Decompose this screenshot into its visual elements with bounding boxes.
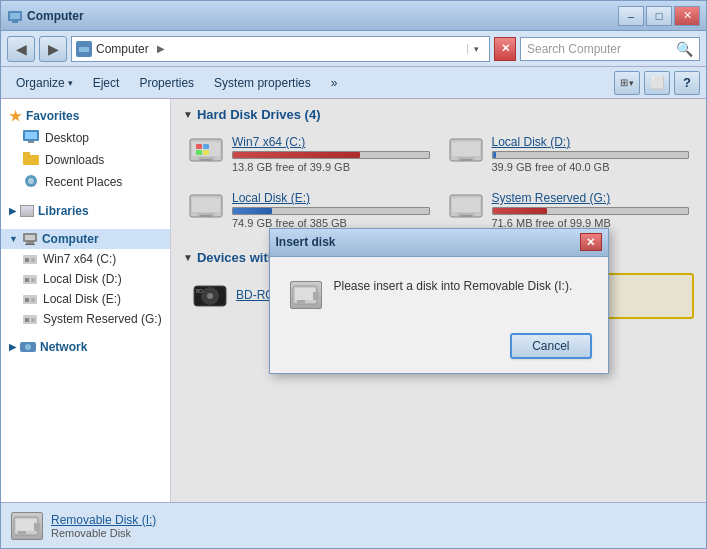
sidebar-item-downloads[interactable]: Downloads [1, 149, 170, 171]
eject-button[interactable]: Eject [84, 72, 129, 94]
maximize-button[interactable]: □ [646, 6, 672, 26]
libraries-icon [20, 205, 34, 217]
network-icon [20, 340, 36, 354]
svg-rect-60 [295, 288, 315, 300]
sidebar: ★ Favorites Desktop Downloads [1, 99, 171, 502]
status-drive-icon [11, 512, 43, 540]
dialog-body: Please insert a disk into Removable Disk… [270, 257, 608, 325]
svg-rect-8 [28, 141, 34, 143]
svg-rect-10 [23, 152, 30, 156]
address-bar: ◀ ▶ Computer ▶ ▾ ✕ Search Computer 🔍 [1, 31, 706, 67]
dialog-title: Insert disk [276, 235, 336, 249]
svg-rect-1 [10, 13, 20, 19]
svg-rect-64 [16, 519, 36, 531]
svg-rect-15 [26, 242, 34, 244]
title-bar-left: Computer [7, 8, 84, 24]
close-button[interactable]: ✕ [674, 6, 700, 26]
sidebar-item-d-drive[interactable]: Local Disk (D:) [1, 269, 170, 289]
sidebar-network-label: Network [40, 340, 87, 354]
sidebar-favorites-section: ★ Favorites Desktop Downloads [1, 105, 170, 193]
sidebar-computer-header[interactable]: ▼ Computer [1, 229, 170, 249]
sidebar-item-recent-places[interactable]: Recent Places [1, 171, 170, 193]
sidebar-computer-section: ▼ Computer Win7 x64 (C:) Local Disk (D:)… [1, 229, 170, 329]
svg-rect-27 [25, 318, 29, 322]
window-title: Computer [27, 9, 84, 23]
sidebar-item-desktop[interactable]: Desktop [1, 127, 170, 149]
status-bar: Removable Disk (I:) Removable Disk [1, 502, 706, 548]
content-panel: ▼ Hard Disk Drives (4) [171, 99, 706, 502]
help-button[interactable]: ? [674, 71, 700, 95]
main-area: ★ Favorites Desktop Downloads [1, 99, 706, 502]
sidebar-libraries-label: Libraries [38, 204, 89, 218]
svg-point-28 [31, 318, 35, 322]
dialog-message: Please insert a disk into Removable Disk… [334, 277, 573, 295]
sidebar-libraries-header[interactable]: ▶ Libraries [1, 201, 170, 221]
svg-rect-21 [25, 278, 29, 282]
address-dropdown-btn[interactable]: ▾ [467, 44, 485, 54]
organize-button[interactable]: Organize ▾ [7, 72, 82, 94]
svg-rect-62 [297, 300, 305, 303]
sidebar-arrow-libraries: ▶ [9, 206, 16, 216]
forward-button[interactable]: ▶ [39, 36, 67, 62]
svg-rect-4 [79, 47, 89, 52]
dialog-overlay: Insert disk ✕ Please insert a [171, 99, 706, 502]
toolbar: Organize ▾ Eject Properties System prope… [1, 67, 706, 99]
sidebar-item-g-drive[interactable]: System Reserved (G:) [1, 309, 170, 329]
d-drive-icon [23, 274, 37, 285]
system-properties-button[interactable]: System properties [205, 72, 320, 94]
address-clear-button[interactable]: ✕ [494, 37, 516, 61]
svg-rect-66 [18, 531, 26, 534]
svg-rect-9 [23, 155, 39, 165]
sidebar-network-header[interactable]: ▶ Network [1, 337, 170, 357]
e-drive-icon [23, 294, 37, 305]
sidebar-favorites-header[interactable]: ★ Favorites [1, 105, 170, 127]
sidebar-arrow-network: ▶ [9, 342, 16, 352]
view-button[interactable]: ⊞ ▾ [614, 71, 640, 95]
sidebar-item-c-drive[interactable]: Win7 x64 (C:) [1, 249, 170, 269]
svg-rect-61 [313, 292, 319, 300]
svg-rect-24 [25, 298, 29, 302]
properties-button[interactable]: Properties [130, 72, 203, 94]
dialog-title-bar: Insert disk ✕ [270, 229, 608, 257]
minimize-button[interactable]: – [618, 6, 644, 26]
main-window: Computer – □ ✕ ◀ ▶ Computer ▶ ▾ ✕ Search… [0, 0, 707, 549]
search-placeholder: Search Computer [527, 42, 672, 56]
status-text: Removable Disk (I:) Removable Disk [51, 513, 156, 539]
sidebar-item-e-drive[interactable]: Local Disk (E:) [1, 289, 170, 309]
svg-rect-7 [25, 132, 37, 139]
toolbar-right: ⊞ ▾ ⬜ ? [614, 71, 700, 95]
status-drive-name: Removable Disk (I:) [51, 513, 156, 527]
sidebar-favorites-label: Favorites [26, 109, 79, 123]
g-drive-icon [23, 314, 37, 325]
dialog-close-button[interactable]: ✕ [580, 233, 602, 251]
svg-rect-5 [81, 53, 87, 54]
computer-icon [22, 232, 38, 246]
back-button[interactable]: ◀ [7, 36, 35, 62]
status-drive-detail: Removable Disk [51, 527, 156, 539]
sidebar-libraries-section: ▶ Libraries [1, 201, 170, 221]
search-icon[interactable]: 🔍 [676, 41, 693, 57]
details-pane-button[interactable]: ⬜ [644, 71, 670, 95]
svg-point-19 [31, 258, 35, 262]
svg-point-12 [28, 178, 34, 184]
star-icon: ★ [9, 108, 22, 124]
dialog-drive-icon [290, 281, 322, 309]
svg-rect-65 [34, 523, 40, 531]
more-button[interactable]: » [322, 72, 347, 94]
search-box[interactable]: Search Computer 🔍 [520, 37, 700, 61]
address-path-text: Computer [96, 42, 149, 56]
sidebar-network-section: ▶ Network [1, 337, 170, 357]
svg-rect-2 [12, 21, 18, 23]
window-icon [7, 8, 23, 24]
svg-point-30 [25, 344, 31, 350]
insert-disk-dialog: Insert disk ✕ Please insert a [269, 228, 609, 374]
recent-places-icon [23, 174, 39, 190]
dialog-cancel-button[interactable]: Cancel [510, 333, 591, 359]
organize-arrow: ▾ [68, 78, 73, 88]
address-input[interactable]: Computer ▶ ▾ [71, 36, 490, 62]
svg-rect-14 [25, 235, 35, 240]
sidebar-arrow-computer: ▼ [9, 234, 18, 244]
title-bar: Computer – □ ✕ [1, 1, 706, 31]
svg-point-25 [31, 298, 35, 302]
svg-rect-16 [25, 244, 35, 245]
